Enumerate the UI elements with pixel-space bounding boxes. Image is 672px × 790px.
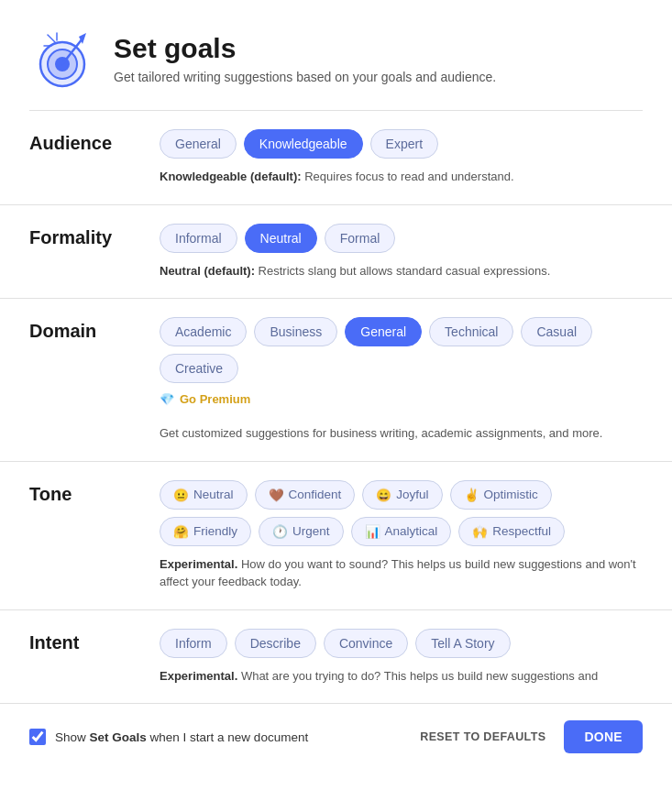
tone-options: 😐 Neutral 🤎 Confident 😄 Joyful ✌️ Optimi…: [160, 480, 643, 546]
header-section: Set goals Get tailored writing suggestio…: [0, 0, 672, 110]
tone-friendly-emoji: 🤗: [173, 524, 189, 539]
tone-confident-emoji: 🤎: [269, 488, 284, 502]
tone-urgent[interactable]: 🕐 Urgent: [259, 517, 344, 546]
domain-premium-row: 💎 Go Premium Get customized suggestions …: [160, 392, 643, 443]
footer-left: Show Set Goals when I start a new docume…: [29, 729, 407, 745]
premium-icon: 💎: [160, 392, 174, 406]
tone-optimistic-emoji: ✌️: [464, 488, 479, 502]
formality-options: Informal Neutral Formal: [160, 224, 550, 253]
formality-neutral[interactable]: Neutral: [245, 224, 317, 253]
tone-description: Experimental. How do you want to sound? …: [160, 555, 643, 591]
intent-tell-story[interactable]: Tell A Story: [415, 629, 510, 658]
header-text: Set goals Get tailored writing suggestio…: [114, 33, 496, 84]
domain-options: Academic Business General Technical Casu…: [160, 317, 643, 383]
audience-label: Audience: [29, 133, 112, 153]
tone-joyful[interactable]: 😄 Joyful: [362, 480, 442, 510]
done-button[interactable]: DONE: [564, 720, 643, 753]
domain-premium-desc: Get customized suggestions for business …: [160, 424, 602, 443]
tone-row-2: 🤗 Friendly 🕐 Urgent 📊 Analytical 🙌 Respe…: [160, 517, 643, 546]
domain-label: Domain: [29, 321, 96, 341]
tone-optimistic[interactable]: ✌️ Optimistic: [450, 480, 552, 510]
intent-convince[interactable]: Convince: [324, 629, 408, 658]
formality-formal[interactable]: Formal: [325, 224, 396, 253]
intent-options: Inform Describe Convince Tell A Story: [160, 629, 598, 658]
intent-describe[interactable]: Describe: [235, 629, 316, 658]
formality-description: Neutral (default): Restricts slang but a…: [160, 262, 550, 280]
audience-knowledgeable[interactable]: Knowledgeable: [244, 129, 363, 159]
audience-general[interactable]: General: [160, 129, 237, 159]
domain-technical[interactable]: Technical: [429, 317, 513, 346]
tone-neutral-emoji: 😐: [173, 488, 189, 502]
page-title: Set goals: [114, 33, 496, 64]
domain-general[interactable]: General: [345, 317, 422, 346]
reset-button[interactable]: RESET TO DEFAULTS: [416, 723, 549, 751]
tone-friendly[interactable]: 🤗 Friendly: [160, 517, 251, 546]
footer-actions: RESET TO DEFAULTS DONE: [416, 720, 643, 753]
tone-analytical-emoji: 📊: [365, 524, 380, 539]
audience-expert[interactable]: Expert: [370, 129, 438, 159]
intent-description: Experimental. What are you trying to do?…: [160, 667, 598, 686]
header-icon: [29, 26, 95, 92]
audience-description: Knowledgeable (default): Requires focus …: [160, 168, 514, 186]
tone-joyful-emoji: 😄: [376, 488, 391, 502]
tone-respectful[interactable]: 🙌 Respectful: [458, 517, 565, 546]
intent-section: Intent Inform Describe Convince Tell A S…: [0, 610, 672, 704]
footer: Show Set Goals when I start a new docume…: [0, 703, 672, 770]
tone-neutral[interactable]: 😐 Neutral: [160, 480, 248, 510]
tone-label: Tone: [29, 484, 72, 504]
formality-label: Formality: [29, 227, 112, 247]
page-subtitle: Get tailored writing suggestions based o…: [114, 70, 496, 84]
tone-section: Tone 😐 Neutral 🤎 Confident 😄 Joyful: [0, 462, 672, 610]
tone-respectful-emoji: 🙌: [472, 524, 488, 539]
domain-academic[interactable]: Academic: [160, 317, 247, 346]
formality-section: Formality Informal Neutral Formal Neutra…: [0, 205, 672, 300]
audience-section: Audience General Knowledgeable Expert Kn…: [0, 111, 672, 205]
formality-informal[interactable]: Informal: [160, 224, 237, 253]
svg-line-7: [48, 35, 55, 42]
tone-urgent-emoji: 🕐: [272, 524, 288, 539]
show-goals-checkbox[interactable]: [29, 729, 46, 745]
go-premium[interactable]: 💎 Go Premium: [160, 392, 250, 406]
footer-checkbox-label: Show Set Goals when I start a new docume…: [55, 730, 308, 744]
domain-section: Domain Academic Business General Technic…: [0, 299, 672, 462]
domain-casual[interactable]: Casual: [521, 317, 592, 346]
audience-options: General Knowledgeable Expert: [160, 129, 514, 159]
domain-creative[interactable]: Creative: [160, 354, 238, 383]
tone-row-1: 😐 Neutral 🤎 Confident 😄 Joyful ✌️ Optimi…: [160, 480, 643, 510]
tone-confident[interactable]: 🤎 Confident: [255, 480, 356, 510]
domain-business[interactable]: Business: [254, 317, 337, 346]
intent-inform[interactable]: Inform: [160, 629, 227, 658]
tone-analytical[interactable]: 📊 Analytical: [351, 517, 452, 546]
intent-label: Intent: [29, 632, 79, 653]
